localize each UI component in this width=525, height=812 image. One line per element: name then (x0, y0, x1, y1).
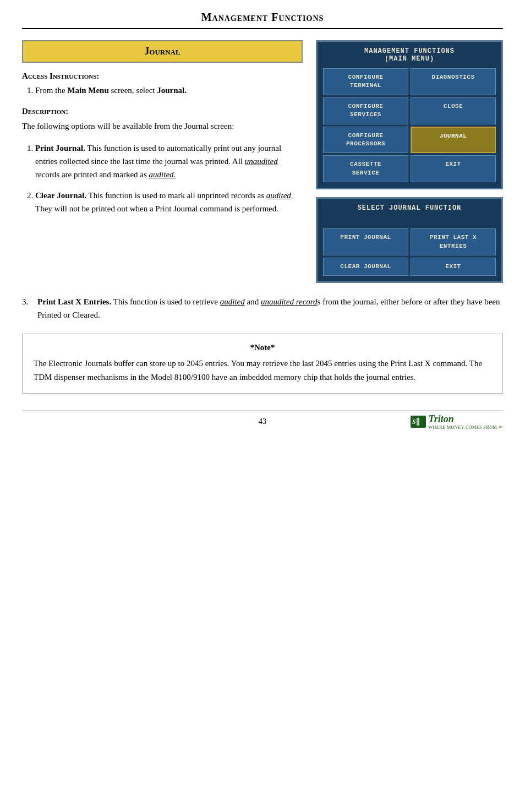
items-list: Print Journal. This function is used to … (35, 141, 303, 215)
access-item-1: From the Main Menu screen, select Journa… (35, 84, 303, 97)
item3-content: Print Last X Entries. This function is u… (37, 295, 503, 321)
right-column: MANAGEMENT FUNCTIONS (MAIN MENU) CONFIGU… (316, 40, 503, 283)
item-print-last-x: 3. Print Last X Entries. This function i… (22, 295, 503, 321)
atm-btn-print-journal[interactable]: PRINT JOURNAL (323, 228, 408, 255)
atm-button-grid-1: CONFIGURETERMINAL DIAGNOSTICS CONFIGURES… (323, 68, 496, 182)
note-box: *Note* The Electronic Journals buffer ca… (22, 334, 503, 394)
atm-title-1: MANAGEMENT FUNCTIONS (MAIN MENU) (323, 47, 496, 63)
atm-btn-clear-journal[interactable]: CLEAR JOURNAL (323, 258, 408, 276)
triton-logo: S Triton WHERE MONEY COMES FROM.™ (411, 413, 503, 430)
main-layout: Journal Access Instructions: From the Ma… (22, 40, 503, 283)
item-print-journal: Print Journal. This function is used to … (35, 141, 303, 181)
atm-btn-configure-processors[interactable]: CONFIGUREPROCESSORS (323, 127, 408, 154)
description-label: Description: (22, 107, 303, 116)
atm-screen-journal-function: SELECT JOURNAL FUNCTION PRINT JOURNAL PR… (316, 197, 503, 283)
note-title: *Note* (34, 343, 491, 352)
page-footer: 43 S Triton WHERE MONEY COMES FROM.™ (22, 410, 503, 426)
triton-icon: S (411, 416, 426, 428)
atm-title-2: SELECT JOURNAL FUNCTION (323, 204, 496, 212)
item3-section: 3. Print Last X Entries. This function i… (22, 295, 503, 321)
atm-btn-diagnostics[interactable]: DIAGNOSTICS (411, 68, 496, 95)
atm-btn-exit-2[interactable]: EXIT (411, 258, 496, 276)
triton-brand-name: Triton (428, 413, 503, 425)
description-text: The following options will be available … (22, 119, 303, 133)
atm-btn-exit-1[interactable]: EXIT (411, 155, 496, 182)
item-clear-journal: Clear Journal. This function is used to … (35, 189, 303, 215)
page-title: Management Functions (22, 11, 503, 29)
triton-brand-group: Triton WHERE MONEY COMES FROM.™ (428, 413, 503, 430)
page-number: 43 (259, 417, 266, 426)
access-label: Access Instructions: (22, 72, 303, 81)
svg-text:S: S (412, 418, 416, 426)
item3-number: 3. (22, 295, 37, 321)
atm-btn-journal[interactable]: JOURNAL (411, 127, 496, 154)
atm-button-grid-2: PRINT JOURNAL PRINT LAST XENTRIES CLEAR … (323, 228, 496, 276)
atm-btn-close[interactable]: CLOSE (411, 97, 496, 124)
access-list: From the Main Menu screen, select Journa… (35, 84, 303, 97)
atm-btn-print-last-x[interactable]: PRINT LAST XENTRIES (411, 228, 496, 255)
atm-screen-main-menu: MANAGEMENT FUNCTIONS (MAIN MENU) CONFIGU… (316, 40, 503, 189)
atm-btn-configure-terminal[interactable]: CONFIGURETERMINAL (323, 68, 408, 95)
atm-btn-configure-services[interactable]: CONFIGURESERVICES (323, 97, 408, 124)
note-text: The Electronic Journals buffer can store… (34, 357, 491, 384)
triton-tagline: WHERE MONEY COMES FROM.™ (428, 425, 503, 430)
left-column: Journal Access Instructions: From the Ma… (22, 40, 303, 283)
journal-header: Journal (22, 40, 303, 63)
atm-btn-cassette-service[interactable]: CASSETTESERVICE (323, 155, 408, 182)
